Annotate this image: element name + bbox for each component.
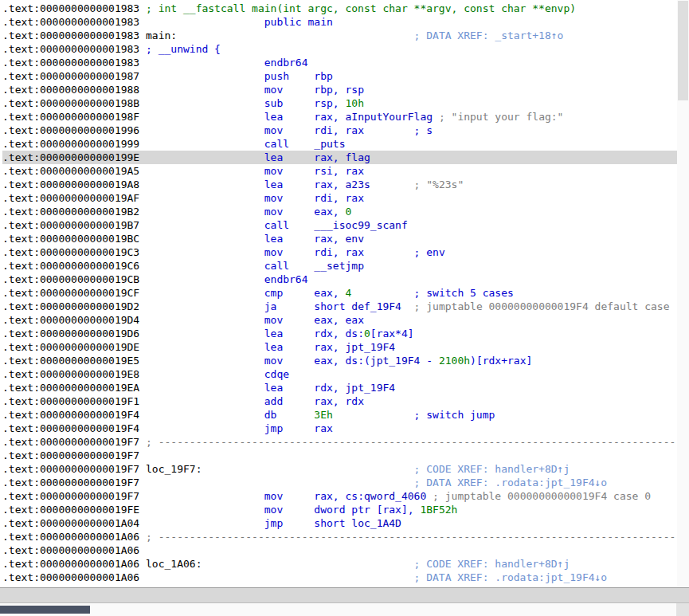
symbol-name[interactable]: flag	[346, 151, 370, 163]
asm-line[interactable]: .text:0000000000001996 mov rdi, rax ; s	[2, 124, 689, 137]
address: .text:00000000000019C6	[2, 260, 139, 272]
asm-line[interactable]: .text:00000000000019B7 call ___isoc99_sc…	[2, 218, 689, 232]
symbol-name[interactable]: __setjmp	[314, 260, 364, 272]
xref-comment[interactable]: ; CODE XREF: handler+8D↑j	[414, 463, 570, 475]
asm-line[interactable]: .text:0000000000001983 main: ; DATA XREF…	[2, 29, 689, 42]
address: .text:00000000000019C3	[2, 246, 139, 258]
asm-line[interactable]: .text:00000000000019BC lea rax, env	[2, 232, 689, 245]
xref-comment[interactable]: ; DATA XREF: _start+18↑o	[414, 29, 564, 41]
asm-line[interactable]: .text:00000000000019D6 lea rdx, ds:0[rax…	[2, 327, 689, 340]
asm-line[interactable]: .text:00000000000019B2 mov eax, 0	[2, 205, 689, 218]
symbol-name[interactable]: jpt_19F4	[370, 355, 421, 367]
asm-line[interactable]: .text:0000000000001A06	[2, 543, 689, 557]
symbol-name[interactable]: env	[346, 233, 364, 245]
xref-comment[interactable]: ; DATA XREF: .rodata:jpt_19F4↓o	[414, 477, 608, 488]
instruction-text: )[rdx+rax]	[470, 355, 532, 367]
instruction-text: lea	[264, 151, 283, 163]
instruction-text: call	[264, 219, 289, 231]
symbol-name[interactable]: a23s	[346, 179, 370, 190]
address: .text:0000000000001A06	[2, 544, 139, 556]
asm-line[interactable]: .text:00000000000019A5 mov rsi, rax	[2, 164, 689, 178]
xref-comment[interactable]: ; DATA XREF: .rodata:jpt_19F4↓o	[414, 571, 608, 583]
asm-line[interactable]: .text:000000000000198B sub rsp, 10h	[2, 96, 689, 110]
asm-line[interactable]: .text:0000000000001983 ; int __fastcall …	[2, 2, 689, 15]
scrollbar-corner	[676, 603, 689, 616]
asm-line[interactable]: .text:0000000000001A06 loc_1A06: ; CODE …	[2, 557, 689, 571]
asm-line[interactable]: .text:0000000000001A04 jmp short loc_1A4…	[2, 516, 689, 530]
asm-line[interactable]: .text:00000000000019CB endbr64	[2, 273, 689, 286]
instruction-text: call	[264, 260, 289, 272]
instruction-text: short	[314, 300, 351, 312]
asm-line-selected[interactable]: .text:000000000000199E lea rax, flag	[2, 151, 689, 164]
instruction-text: rsi, rax	[314, 165, 364, 177]
asm-line[interactable]: .text:0000000000001987 push rbp	[2, 69, 689, 83]
instruction-text: rbp, rsp	[314, 84, 364, 96]
asm-line[interactable]: .text:00000000000019C3 mov rdi, rax ; en…	[2, 245, 689, 259]
asm-line[interactable]: .text:00000000000019EA lea rdx, jpt_19F4	[2, 381, 689, 394]
asm-line[interactable]: .text:00000000000019F4 db 3Eh ; switch j…	[2, 408, 689, 422]
asm-line[interactable]: .text:0000000000001999 call _puts	[2, 137, 689, 151]
horizontal-scrollbar[interactable]	[0, 603, 676, 616]
asm-line[interactable]: .text:00000000000019E5 mov eax, ds:(jpt_…	[2, 354, 689, 367]
vertical-scrollbar[interactable]	[677, 0, 689, 587]
instruction-text: short	[314, 517, 351, 529]
asm-line[interactable]: .text:00000000000019F1 add rax, rdx	[2, 394, 689, 408]
address: .text:0000000000001983	[2, 29, 139, 41]
asm-line[interactable]: .text:00000000000019D4 mov eax, eax	[2, 313, 689, 327]
asm-line[interactable]: .text:00000000000019DE lea rax, jpt_19F4	[2, 340, 689, 354]
asm-line[interactable]: .text:00000000000019F7	[2, 449, 689, 462]
asm-line[interactable]: .text:00000000000019F7 ; ---------------…	[2, 435, 689, 449]
instruction-text: db	[264, 409, 277, 421]
asm-line[interactable]: .text:00000000000019FE mov dword ptr [ra…	[2, 503, 689, 516]
number-literal: 2100h	[439, 355, 470, 367]
xref-comment[interactable]: ; CODE XREF: handler+8D↑j	[414, 558, 570, 570]
instruction-text: mov	[264, 84, 283, 96]
address: .text:00000000000019F4	[2, 409, 139, 421]
symbol-name[interactable]: qword_4060	[364, 490, 426, 502]
horizontal-scrollbar-thumb[interactable]	[0, 606, 90, 614]
asm-line[interactable]: .text:0000000000001988 mov rbp, rsp	[2, 83, 689, 96]
number-literal: 1BF52h	[420, 504, 457, 516]
asm-line[interactable]: .text:00000000000019A8 lea rax, a23s ; "…	[2, 178, 689, 191]
label: main:	[146, 29, 177, 41]
vertical-scrollbar-thumb[interactable]	[678, 1, 688, 100]
asm-line[interactable]: .text:00000000000019F7 loc_19F7: ; CODE …	[2, 462, 689, 476]
asm-line[interactable]: .text:00000000000019D2 ja short def_19F4…	[2, 300, 689, 313]
symbol-name[interactable]: ___isoc99_scanf	[314, 219, 407, 231]
asm-line[interactable]: .text:0000000000001983 public main	[2, 15, 689, 29]
address: .text:00000000000019CF	[2, 287, 139, 299]
instruction-text: rdi, rax	[314, 124, 364, 136]
asm-line[interactable]: .text:000000000000198F lea rax, aInputYo…	[2, 110, 689, 124]
address: .text:0000000000001983	[2, 2, 139, 14]
symbol-name[interactable]: aInputYourFlag	[346, 111, 433, 123]
address: .text:0000000000001999	[2, 138, 139, 150]
asm-line[interactable]: .text:0000000000001983 endbr64	[2, 56, 689, 69]
asm-line[interactable]: .text:0000000000001A06 ; ---------------…	[2, 530, 689, 543]
asm-line[interactable]: .text:00000000000019E8 cdqe	[2, 367, 689, 381]
address: .text:0000000000001A06	[2, 571, 139, 583]
instruction-text: rbp	[314, 70, 332, 82]
asm-line[interactable]: .text:00000000000019C6 call __setjmp	[2, 259, 689, 273]
instruction-text: ja	[264, 300, 277, 312]
instruction-text: rax, rdx	[314, 395, 364, 407]
asm-line[interactable]: .text:0000000000001983 ; __unwind {	[2, 42, 689, 56]
asm-line[interactable]: .text:00000000000019F4 jmp rax	[2, 422, 689, 435]
symbol-name[interactable]: jpt_19F4	[346, 382, 396, 394]
label: loc_1A06:	[146, 558, 202, 570]
asm-line[interactable]: .text:0000000000001A06 ; DATA XREF: .rod…	[2, 571, 689, 584]
asm-line[interactable]: .text:00000000000019CF cmp eax, 4 ; swit…	[2, 286, 689, 300]
instruction-text: rdi, rax	[314, 246, 364, 258]
number-literal: 0	[346, 206, 352, 218]
symbol-name[interactable]: loc_1A4D	[351, 517, 401, 529]
auto-comment: ; "input your flag:"	[439, 111, 564, 123]
asm-line[interactable]: .text:00000000000019AF mov rdi, rax	[2, 191, 689, 205]
symbol-name[interactable]: def_19F4	[351, 300, 401, 312]
asm-line[interactable]: .text:00000000000019F7 ; DATA XREF: .rod…	[2, 476, 689, 489]
address: .text:00000000000019E5	[2, 355, 139, 367]
symbol-name[interactable]: jpt_19F4	[346, 341, 396, 353]
disassembly-listing[interactable]: .text:0000000000001983 ; int __fastcall …	[0, 0, 689, 587]
instruction-text: rax, cs:	[314, 490, 364, 502]
asm-line[interactable]: .text:00000000000019F7 mov rax, cs:qword…	[2, 489, 689, 503]
symbol-name[interactable]: _puts	[314, 138, 345, 150]
address: .text:00000000000019A8	[2, 179, 139, 190]
